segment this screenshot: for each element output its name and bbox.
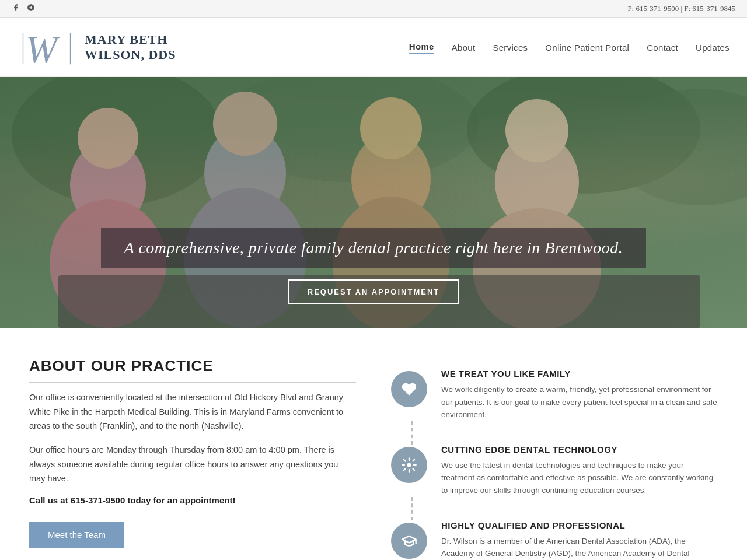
feature-family-content: WE TREAT YOU LIKE FAMILY We work diligen… xyxy=(441,369,718,421)
nav-services[interactable]: Services xyxy=(493,43,528,52)
feature-tech-desc: We use the latest in dental technologies… xyxy=(441,459,718,497)
feature-technology: CUTTING EDGE DENTAL TECHNOLOGY We use th… xyxy=(391,433,718,509)
googleplus-link[interactable] xyxy=(27,4,35,14)
hero-tagline: A comprehensive, private family dental p… xyxy=(101,228,646,268)
feature-heart-icon xyxy=(391,371,427,407)
practice-name: MARY BETH WILSON, DDS xyxy=(85,32,176,63)
feature-technology-content: CUTTING EDGE DENTAL TECHNOLOGY We use th… xyxy=(441,444,718,497)
svg-point-9 xyxy=(78,108,138,169)
logo-text: MARY BETH WILSON, DDS xyxy=(85,32,176,63)
about-paragraph-2: Our office hours are Monday through Thur… xyxy=(29,443,356,486)
feature-qualified-content: HIGHLY QUALIFIED AND PROFESSIONAL Dr. Wi… xyxy=(441,520,718,560)
hero-section: A comprehensive, private family dental p… xyxy=(0,77,747,328)
call-us-text: Call us at 615-371-9500 today for an app… xyxy=(29,495,356,505)
feature-qualified-desc: Dr. Wilson is a member of the American D… xyxy=(441,535,718,560)
svg-point-21 xyxy=(407,463,411,467)
logo-monogram: W xyxy=(18,24,76,71)
feature-qualified-title: HIGHLY QUALIFIED AND PROFESSIONAL xyxy=(441,520,718,530)
feature-family-title: WE TREAT YOU LIKE FAMILY xyxy=(441,369,718,379)
site-header: W MARY BETH WILSON, DDS Home About Servi… xyxy=(0,18,747,77)
nav-home[interactable]: Home xyxy=(409,41,434,54)
social-links[interactable] xyxy=(12,4,35,14)
main-nav: Home About Services Online Patient Porta… xyxy=(409,41,729,54)
about-section: ABOUT OUR PRACTICE Our office is conveni… xyxy=(29,357,356,560)
logo-area: W MARY BETH WILSON, DDS xyxy=(18,24,176,71)
facebook-link[interactable] xyxy=(12,4,20,14)
feature-family: WE TREAT YOU LIKE FAMILY We work diligen… xyxy=(391,357,718,433)
feature-tech-icon xyxy=(391,447,427,483)
svg-point-18 xyxy=(505,99,568,162)
about-paragraph-1: Our office is conveniently located at th… xyxy=(29,390,356,433)
feature-tech-title: CUTTING EDGE DENTAL TECHNOLOGY xyxy=(441,444,718,454)
features-section: WE TREAT YOU LIKE FAMILY We work diligen… xyxy=(391,357,718,560)
appointment-button[interactable]: REQUEST AN APPOINTMENT xyxy=(288,279,460,304)
nav-updates[interactable]: Updates xyxy=(696,43,729,52)
svg-point-12 xyxy=(213,92,277,156)
feature-qualified: HIGHLY QUALIFIED AND PROFESSIONAL Dr. Wi… xyxy=(391,509,718,560)
nav-about[interactable]: About xyxy=(452,43,476,52)
about-heading: ABOUT OUR PRACTICE xyxy=(29,357,356,383)
nav-patient-portal[interactable]: Online Patient Portal xyxy=(545,43,629,52)
top-bar: P: 615-371-9500 | F: 615-371-9845 xyxy=(0,0,747,18)
contact-info: P: 615-371-9500 | F: 615-371-9845 xyxy=(627,4,735,13)
feature-family-desc: We work diligently to create a warm, fri… xyxy=(441,383,718,421)
meet-team-button[interactable]: Meet the Team xyxy=(29,522,124,548)
svg-text:W: W xyxy=(26,28,60,69)
svg-point-15 xyxy=(360,97,422,159)
feature-grad-icon xyxy=(391,523,427,559)
hero-overlay: A comprehensive, private family dental p… xyxy=(101,228,646,328)
main-content: ABOUT OUR PRACTICE Our office is conveni… xyxy=(0,328,747,560)
nav-contact[interactable]: Contact xyxy=(647,43,678,52)
